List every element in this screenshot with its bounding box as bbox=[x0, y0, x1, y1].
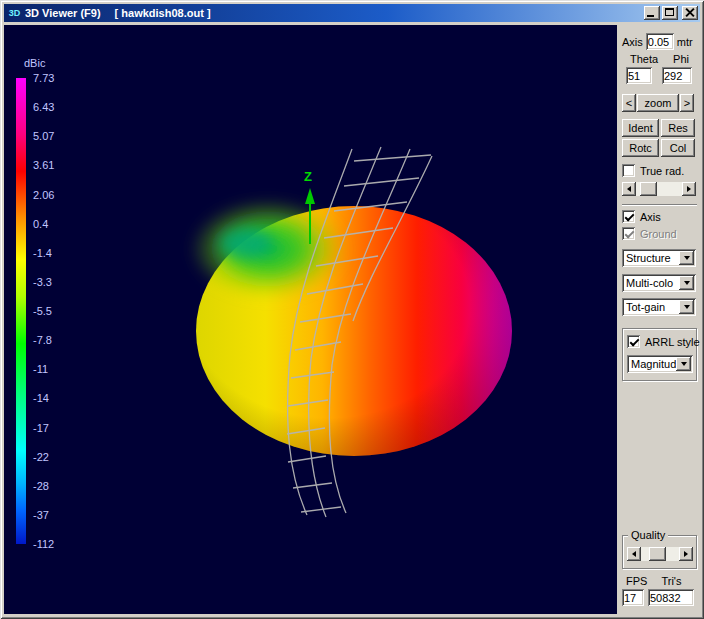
z-axis-arrow-icon bbox=[305, 188, 315, 204]
maximize-icon bbox=[665, 8, 674, 16]
theta-label: Theta bbox=[630, 53, 658, 65]
quality-slider-thumb[interactable] bbox=[649, 547, 666, 561]
axis-length-label: Axis bbox=[622, 36, 643, 48]
phi-input[interactable] bbox=[662, 67, 692, 84]
quality-slider[interactable] bbox=[627, 547, 693, 561]
chevron-down-icon bbox=[684, 256, 690, 260]
slider-left-button[interactable] bbox=[627, 547, 641, 561]
z-axis-label: Z bbox=[304, 169, 312, 184]
axis-length-input[interactable] bbox=[646, 33, 674, 50]
control-panel: Axis mtr Theta Phi < zoom > Ident Res Ro… bbox=[617, 25, 700, 614]
colorbar-tick: 7.73 bbox=[33, 72, 54, 84]
gain-pattern-blob bbox=[190, 199, 512, 456]
radius-scrollbar[interactable] bbox=[622, 182, 696, 196]
window-title: 3D Viewer (F9) bbox=[25, 7, 101, 19]
color-mode-select-value: Multi-colo bbox=[626, 277, 673, 289]
ground-checkbox-label: Ground bbox=[640, 228, 677, 240]
chevron-down-icon bbox=[681, 362, 687, 366]
colorbar-ticks: 7.73 6.43 5.07 3.61 2.06 0.4 -1.4 -3.3 -… bbox=[33, 72, 54, 550]
viewer-window: 3D 3D Viewer (F9) [ hawkdish08.out ] bbox=[0, 0, 704, 619]
colorbar-tick: -22 bbox=[33, 451, 54, 463]
colorbar-tick: -17 bbox=[33, 422, 54, 434]
magnitude-select-value: Magnitud bbox=[631, 358, 676, 370]
minimize-icon bbox=[647, 15, 654, 17]
close-icon bbox=[685, 8, 694, 17]
dropdown-button[interactable] bbox=[679, 251, 694, 265]
col-button[interactable]: Col bbox=[661, 139, 695, 157]
scrollbar-thumb[interactable] bbox=[640, 182, 657, 196]
section-divider bbox=[622, 204, 697, 206]
scrollbar-track[interactable] bbox=[636, 182, 682, 196]
axis-unit-label: mtr bbox=[677, 36, 693, 48]
colorbar-tick: 2.06 bbox=[33, 189, 54, 201]
ident-button[interactable]: Ident bbox=[622, 119, 659, 137]
colorbar-tick: -11 bbox=[33, 363, 54, 375]
dropdown-button[interactable] bbox=[676, 357, 691, 371]
chevron-down-icon bbox=[684, 305, 690, 309]
dropdown-button[interactable] bbox=[679, 276, 694, 290]
colorbar-tick: -5.5 bbox=[33, 305, 54, 317]
fps-value-input[interactable] bbox=[622, 589, 644, 606]
check-icon bbox=[629, 336, 638, 345]
check-icon bbox=[624, 211, 633, 220]
theta-input[interactable] bbox=[626, 67, 652, 84]
colorbar-tick: -1.4 bbox=[33, 247, 54, 259]
maximize-button[interactable] bbox=[662, 6, 678, 20]
structure-select[interactable]: Structure bbox=[622, 249, 696, 267]
colorbar-tick: 0.4 bbox=[33, 218, 54, 230]
radiation-pattern-scene[interactable]: Z bbox=[4, 25, 617, 614]
app-icon: 3D bbox=[6, 6, 23, 20]
quantity-select-value: Tot-gain bbox=[626, 301, 665, 313]
axis-checkbox[interactable] bbox=[622, 210, 635, 223]
check-icon bbox=[624, 228, 633, 237]
3d-viewport[interactable]: Z dBic 7.73 6.43 5.07 3.61 2.06 0.4 -1.4… bbox=[4, 25, 617, 614]
colorbar-tick: 6.43 bbox=[33, 101, 54, 113]
triangle-right-icon bbox=[684, 551, 688, 557]
magnitude-select[interactable]: Magnitud bbox=[627, 355, 693, 373]
zoom-in-button[interactable]: > bbox=[680, 94, 694, 112]
axis-checkbox-label: Axis bbox=[640, 211, 661, 223]
color-mode-select[interactable]: Multi-colo bbox=[622, 274, 696, 292]
colorbar-tick: 3.61 bbox=[33, 159, 54, 171]
zoom-out-button[interactable]: < bbox=[622, 94, 636, 112]
res-button[interactable]: Res bbox=[661, 119, 695, 137]
quantity-select[interactable]: Tot-gain bbox=[622, 298, 696, 316]
scroll-left-button[interactable] bbox=[622, 182, 636, 196]
close-button[interactable] bbox=[682, 6, 698, 20]
tris-value-input[interactable] bbox=[648, 589, 694, 606]
colorbar-tick: 5.07 bbox=[33, 130, 54, 142]
arrl-style-checkbox[interactable] bbox=[627, 335, 640, 348]
colorbar-tick: -112 bbox=[33, 538, 54, 550]
quality-slider-track[interactable] bbox=[641, 547, 679, 561]
window-controls bbox=[644, 6, 698, 20]
triangle-left-icon bbox=[627, 186, 631, 192]
colorbar-tick: -37 bbox=[33, 509, 54, 521]
scroll-right-button[interactable] bbox=[682, 182, 696, 196]
triangle-right-icon bbox=[687, 186, 691, 192]
quality-group: Quality bbox=[622, 535, 697, 569]
color-scale: dBic 7.73 6.43 5.07 3.61 2.06 0.4 -1.4 -… bbox=[16, 57, 54, 550]
arrl-style-label: ARRL style bbox=[645, 336, 700, 348]
true-rad-checkbox[interactable] bbox=[622, 164, 635, 177]
structure-select-value: Structure bbox=[626, 252, 671, 264]
chevron-down-icon bbox=[684, 281, 690, 285]
check-icon bbox=[624, 165, 633, 174]
rotc-button[interactable]: Rotc bbox=[622, 139, 659, 157]
colorbar-tick: -7.8 bbox=[33, 334, 54, 346]
zoom-button[interactable]: zoom bbox=[637, 94, 679, 112]
true-rad-label: True rad. bbox=[640, 165, 684, 177]
colorbar-tick: -3.3 bbox=[33, 276, 54, 288]
colorbar-tick: -14 bbox=[33, 392, 54, 404]
title-bar[interactable]: 3D 3D Viewer (F9) [ hawkdish08.out ] bbox=[4, 4, 700, 22]
ground-checkbox bbox=[622, 227, 635, 240]
dropdown-button[interactable] bbox=[679, 300, 694, 314]
fps-label: FPS bbox=[626, 575, 647, 587]
colorbar-gradient bbox=[16, 78, 26, 544]
colorbar-tick: -28 bbox=[33, 480, 54, 492]
quality-label: Quality bbox=[628, 529, 668, 541]
colorbar-unit-label: dBic bbox=[24, 57, 54, 69]
phi-label: Phi bbox=[673, 53, 689, 65]
slider-right-button[interactable] bbox=[679, 547, 693, 561]
arrl-style-group: ARRL style Magnitud bbox=[622, 328, 697, 381]
minimize-button[interactable] bbox=[644, 6, 660, 20]
